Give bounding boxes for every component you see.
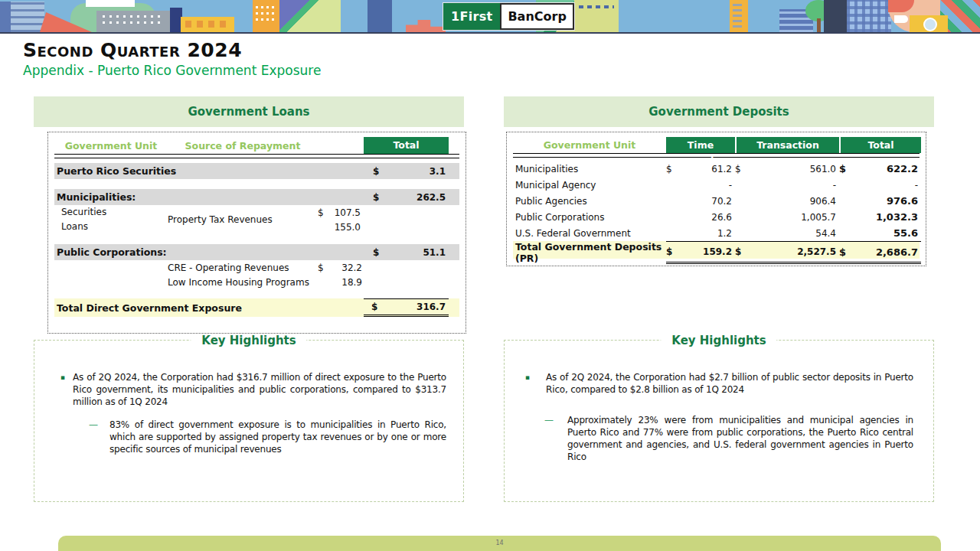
- total-row: Total Direct Government Exposure $ 316.7: [54, 298, 459, 317]
- transaction-accounts-value: 906.4: [753, 196, 839, 207]
- row-label: Loans: [54, 220, 168, 234]
- time-deposits-value: -: [680, 180, 735, 191]
- time-deposits-value: 1.2: [680, 228, 735, 239]
- row-label: Public Corporations:: [54, 246, 364, 258]
- transaction-accounts-value: 561.0: [753, 164, 839, 174]
- table-row: Municipalities $ 61.2 $ 561.0 $ 622.2: [513, 161, 920, 177]
- total-value: 1,032.3: [862, 211, 921, 223]
- grand-total: 2,686.7: [862, 246, 921, 258]
- currency-sign: $: [373, 192, 388, 203]
- table-row: U.S. Federal Government 1.2 54.4 55.6: [513, 225, 920, 241]
- bullet-icon: ▪: [525, 371, 530, 396]
- logo-bancorp-mark: BanCorp: [500, 3, 573, 30]
- col-header-total: Total: [364, 137, 449, 154]
- bullet-text: As of 2Q 2024, the Corporation had $2.7 …: [546, 371, 913, 396]
- footer-bar: 14: [58, 536, 941, 551]
- currency-sign: $: [373, 247, 388, 258]
- sub-bullet-item: — 83% of direct government exposure is t…: [89, 419, 446, 455]
- currency-sign: $: [839, 163, 862, 174]
- col-header-total: Total: [839, 137, 921, 153]
- row-label: U.S. Federal Government: [513, 228, 666, 239]
- currency-sign: $: [735, 164, 753, 174]
- table-row: Public Corporations 26.6 1,005.7 1,032.3: [513, 209, 920, 225]
- source-of-repayment: Low Income Housing Programs: [168, 277, 318, 288]
- table-row: CRE - Operating Revenues $ 32.2: [54, 260, 459, 275]
- page-number: 14: [58, 540, 941, 546]
- col-header-government-unit: Government Unit: [513, 139, 666, 151]
- deposits-table-header: Government Unit Time Deposits Transactio…: [513, 137, 920, 153]
- key-highlights-loans: Key Highlights ▪ As of 2Q 2024, the Corp…: [34, 340, 464, 502]
- currency-sign: $: [371, 302, 377, 312]
- sub-bullet-text: 83% of direct government exposure is to …: [109, 419, 446, 455]
- currency-sign: $: [666, 164, 680, 174]
- time-deposits-value: 70.2: [680, 196, 735, 207]
- transaction-accounts-value: 1,005.7: [753, 212, 839, 223]
- page-subtitle: Appendix - Puerto Rico Government Exposu…: [23, 63, 321, 78]
- row-label: Total Direct Government Exposure: [54, 302, 364, 314]
- key-highlights-title: Key Highlights: [661, 334, 776, 347]
- source-of-repayment: CRE - Operating Revenues: [168, 262, 318, 273]
- value: 18.9: [332, 277, 364, 288]
- time-deposits-total: 159.2: [680, 246, 735, 257]
- table-row: Low Income Housing Programs 18.9: [54, 275, 459, 289]
- bullet-item: ▪ As of 2Q 2024, the Corporation had $31…: [60, 371, 446, 408]
- government-loans-table: Government Unit Source of Repayment Tota…: [47, 132, 466, 334]
- row-label: Securities: [54, 205, 168, 220]
- table-row: Public Corporations: $ 51.1: [54, 244, 459, 260]
- row-label: Municipal Agency: [513, 180, 666, 191]
- transaction-accounts-value: -: [753, 180, 839, 191]
- key-highlights-title: Key Highlights: [191, 334, 306, 347]
- row-label: Puerto Rico Securities: [54, 165, 364, 177]
- government-deposits-table: Government Unit Time Deposits Transactio…: [506, 132, 926, 266]
- total-row: Total Government Deposits (PR) $ 159.2 $…: [513, 241, 920, 259]
- transaction-accounts-value: 54.4: [753, 228, 839, 239]
- page-title: Second Quarter 2024: [23, 40, 321, 61]
- deposits-section-title: Government Deposits: [648, 105, 789, 119]
- row-label: Total Government Deposits (PR): [513, 241, 666, 264]
- key-highlights-deposits: Key Highlights ▪ As of 2Q 2024, the Corp…: [504, 340, 934, 502]
- dash-icon: —: [544, 414, 554, 463]
- currency-sign: $: [735, 246, 753, 257]
- header-divider: [54, 154, 459, 158]
- row-label: Municipalities: [513, 164, 666, 174]
- bullet-text: As of 2Q 2024, the Corporation had $316.…: [73, 371, 446, 408]
- table-row: Puerto Rico Securities $ 3.1: [54, 163, 459, 179]
- dash-icon: —: [89, 419, 98, 455]
- value: 155.0: [332, 222, 364, 233]
- total-amount: $ 316.7: [364, 298, 449, 317]
- currency-sign: $: [666, 246, 680, 257]
- bullet-item: ▪ As of 2Q 2024, the Corporation had $2.…: [525, 371, 913, 396]
- total-value: 262.5: [388, 192, 449, 203]
- total-value: 55.6: [862, 227, 921, 239]
- cityscape-illustration: 1First BanCorp: [0, 0, 980, 34]
- table-row: Public Agencies 70.2 906.4 976.6: [513, 193, 920, 209]
- row-label: Municipalities:: [54, 191, 364, 203]
- sub-bullet-text: Approximately 23% were from municipaliti…: [567, 414, 913, 463]
- time-deposits-value: 61.2: [680, 164, 735, 174]
- title-block: Second Quarter 2024 Appendix - Puerto Ri…: [23, 40, 321, 78]
- currency-sign: $: [839, 246, 862, 258]
- total-value: 622.2: [862, 163, 921, 174]
- time-deposits-value: 26.6: [680, 212, 735, 223]
- total-value: 976.6: [862, 195, 921, 207]
- slide: 1First BanCorp Second Quarter 2024 Appen…: [0, 0, 980, 551]
- row-label: Public Agencies: [513, 196, 666, 207]
- col-header-government-unit: Government Unit: [54, 140, 168, 152]
- value: 32.2: [332, 262, 364, 273]
- col-header-time-deposits: Time Deposits: [666, 137, 735, 153]
- deposits-section-header: Government Deposits: [504, 96, 934, 127]
- logo-first-mark: 1First: [443, 3, 500, 30]
- sub-bullet-item: — Approximately 23% were from municipali…: [544, 414, 913, 463]
- loans-section-title: Government Loans: [188, 105, 309, 119]
- table-row: Municipal Agency - - -: [513, 177, 920, 193]
- total-value: 316.7: [377, 302, 449, 312]
- source-of-repayment: Property Tax Revenues: [168, 213, 318, 227]
- total-value: 51.1: [388, 247, 449, 258]
- bullet-icon: ▪: [60, 371, 65, 408]
- currency-sign: $: [373, 166, 388, 177]
- col-header-transaction-accounts: Transaction Accounts: [735, 137, 839, 153]
- currency-sign: $: [318, 262, 332, 273]
- table-row: Municipalities: $ 262.5: [54, 189, 459, 205]
- transaction-accounts-total: 2,527.5: [753, 246, 839, 257]
- value: 107.5: [332, 207, 364, 218]
